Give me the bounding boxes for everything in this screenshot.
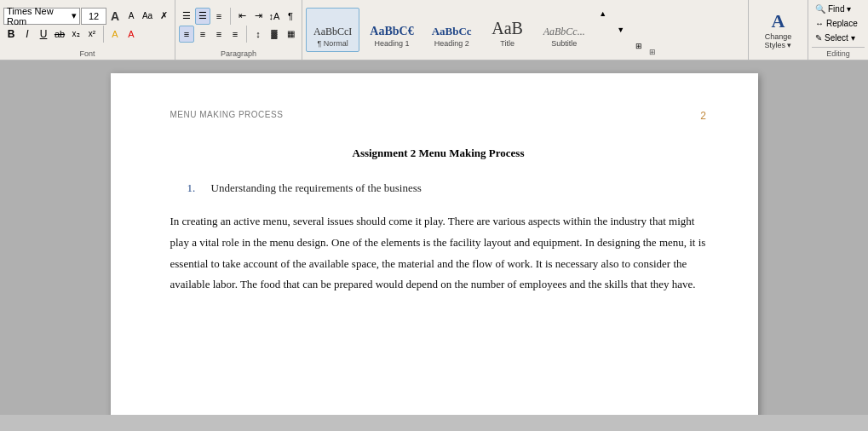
- find-icon: 🔍: [815, 4, 825, 14]
- item-number-1: 1.: [187, 178, 204, 198]
- numbering-button[interactable]: ☰: [195, 8, 210, 25]
- para-sub: ☰ ☰ ≡ ⇤ ⇥ ↕A ¶ ≡ ≡ ≡ ≡: [179, 8, 298, 43]
- text-color-button[interactable]: A: [124, 26, 139, 43]
- change-styles-big-icon: A: [772, 10, 785, 32]
- doc-header: MENU MAKING PROCESS 2: [170, 107, 707, 126]
- paragraph-label: Paragraph: [179, 49, 298, 60]
- styles-scroll-down-button[interactable]: ▼: [613, 21, 629, 38]
- style-heading2-label: Heading 2: [434, 39, 469, 48]
- bullets-button[interactable]: ☰: [179, 8, 194, 25]
- style-title-label: Title: [500, 39, 514, 48]
- font-selectors: Times New Rom ▾ 12 A A Aa ✗ B I: [3, 8, 171, 43]
- font-size-value: 12: [89, 11, 99, 21]
- bold-button[interactable]: B: [3, 26, 19, 43]
- style-normal-preview: AaBbCcI: [313, 26, 352, 38]
- find-label: Find ▾: [828, 4, 851, 14]
- align-left-button[interactable]: ≡: [179, 26, 194, 43]
- styles-section-expand[interactable]: ⊞: [649, 48, 656, 58]
- italic-button[interactable]: I: [20, 26, 35, 43]
- align-row: ≡ ≡ ≡ ≡ ↕ ▓ ▦: [179, 26, 298, 43]
- format-buttons-row: B I U ab x₂ x² A A: [3, 26, 171, 43]
- grow-font-button[interactable]: A: [107, 8, 123, 25]
- numbered-item-1: 1. Understanding the requirements of the…: [170, 178, 707, 198]
- paragraph-group: ☰ ☰ ≡ ⇤ ⇥ ↕A ¶ ≡ ≡ ≡ ≡: [175, 0, 302, 60]
- replace-label: Replace: [826, 19, 858, 28]
- document-page: MENU MAKING PROCESS 2 Assignment 2 Menu …: [111, 73, 758, 415]
- change-styles-label: ChangeStyles ▾: [764, 32, 791, 49]
- paragraph-group-content: ☰ ☰ ≡ ⇤ ⇥ ↕A ¶ ≡ ≡ ≡ ≡: [179, 2, 298, 49]
- underline-button[interactable]: U: [36, 26, 51, 43]
- justify-button[interactable]: ≡: [227, 26, 243, 43]
- styles-scroll-up-button[interactable]: ▲: [595, 5, 611, 22]
- document-area: MENU MAKING PROCESS 2 Assignment 2 Menu …: [0, 60, 868, 415]
- shrink-font-button[interactable]: A: [124, 8, 139, 25]
- divider3: [246, 26, 247, 43]
- item-text-1: Understanding the requirements of the bu…: [211, 178, 422, 198]
- style-heading2-card[interactable]: AaBbCc Heading 2: [424, 8, 480, 52]
- select-label: Select ▾: [825, 33, 855, 43]
- subscript-button[interactable]: x₂: [68, 26, 83, 43]
- style-normal-card[interactable]: AaBbCcI ¶ Normal: [306, 8, 359, 52]
- strikethrough-button[interactable]: ab: [52, 26, 67, 43]
- font-size-box[interactable]: 12: [81, 8, 106, 25]
- divider2: [230, 8, 231, 25]
- decrease-indent-button[interactable]: ⇤: [234, 8, 250, 25]
- font-name-value: Times New Rom: [7, 6, 72, 26]
- doc-page-number: 2: [700, 107, 706, 126]
- doc-header-text: MENU MAKING PROCESS: [170, 107, 284, 123]
- list-row: ☰ ☰ ≡ ⇤ ⇥ ↕A ¶: [179, 8, 298, 25]
- change-case-button[interactable]: Aa: [140, 8, 155, 25]
- sort-button[interactable]: ↕A: [267, 8, 282, 25]
- style-normal-label: ¶ Normal: [317, 39, 348, 48]
- show-para-button[interactable]: ¶: [283, 8, 298, 25]
- style-subtitle-card[interactable]: AaBbCc... Subtitle: [536, 8, 593, 52]
- line-spacing-button[interactable]: ↕: [250, 26, 266, 43]
- styles-expand-button[interactable]: ⊞: [631, 37, 647, 55]
- style-heading1-label: Heading 1: [374, 39, 409, 48]
- editing-label: Editing: [812, 47, 865, 58]
- select-button[interactable]: ✎ Select ▾: [812, 31, 865, 45]
- shading-button[interactable]: ▓: [267, 26, 282, 43]
- style-title-card[interactable]: AaB Title: [482, 8, 533, 52]
- style-subtitle-label: Subtitle: [551, 39, 577, 48]
- change-styles-icon-area: A: [772, 10, 785, 32]
- style-heading1-preview: AaBbC€: [370, 25, 413, 38]
- font-label: Font: [3, 49, 171, 60]
- style-heading2-preview: AaBbCc: [432, 25, 472, 38]
- borders-button[interactable]: ▦: [283, 26, 298, 43]
- font-group-content: Times New Rom ▾ 12 A A Aa ✗ B I: [3, 2, 171, 49]
- ribbon-row: Times New Rom ▾ 12 A A Aa ✗ B I: [0, 0, 868, 60]
- font-name-arrow: ▾: [72, 10, 77, 21]
- style-heading1-card[interactable]: AaBbC€ Heading 1: [362, 8, 421, 52]
- align-right-button[interactable]: ≡: [211, 26, 227, 43]
- ribbon-toolbar: Times New Rom ▾ 12 A A Aa ✗ B I: [0, 0, 868, 60]
- font-group: Times New Rom ▾ 12 A A Aa ✗ B I: [0, 0, 175, 60]
- increase-indent-button[interactable]: ⇥: [250, 8, 266, 25]
- multilevel-button[interactable]: ≡: [211, 8, 227, 25]
- change-styles-area[interactable]: A ChangeStyles ▾: [749, 0, 808, 60]
- doc-title: Assignment 2 Menu Making Process: [170, 143, 707, 163]
- align-center-button[interactable]: ≡: [195, 26, 210, 43]
- replace-icon: ↔: [815, 19, 824, 28]
- editing-area: 🔍 Find ▾ ↔ Replace ✎ Select ▾ Editing: [808, 0, 868, 60]
- replace-button[interactable]: ↔ Replace: [812, 16, 865, 31]
- text-highlight-button[interactable]: A: [107, 26, 123, 43]
- style-subtitle-preview: AaBbCc...: [543, 26, 585, 38]
- font-name-box[interactable]: Times New Rom ▾: [3, 8, 80, 25]
- clear-format-button[interactable]: ✗: [156, 8, 171, 25]
- style-title-preview: AaB: [491, 19, 523, 38]
- divider1: [103, 26, 104, 43]
- body-paragraph-1: In creating an active menu, several issu…: [170, 211, 707, 296]
- styles-group: AaBbCcI ¶ Normal AaBbC€ Heading 1 AaBbCc…: [302, 0, 749, 60]
- superscript-button[interactable]: x²: [84, 26, 100, 43]
- select-icon: ✎: [815, 33, 822, 43]
- find-button[interactable]: 🔍 Find ▾: [812, 2, 865, 16]
- font-name-row: Times New Rom ▾ 12 A A Aa ✗: [3, 8, 171, 25]
